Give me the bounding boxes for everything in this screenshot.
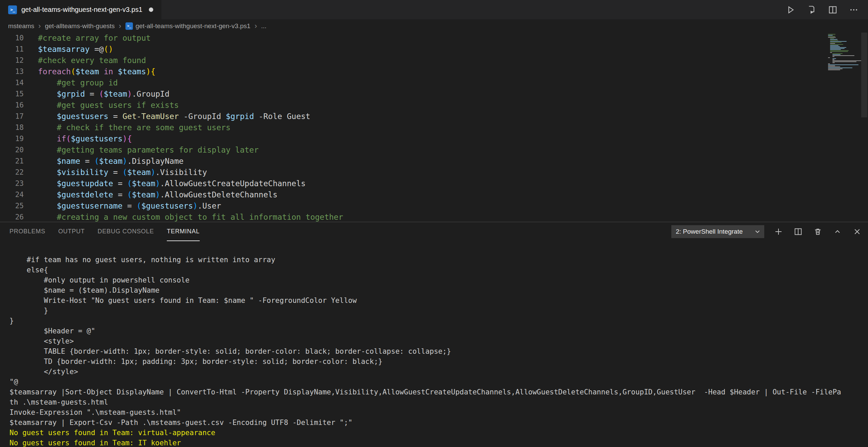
- code-text: foreach($team in $teams){: [24, 66, 155, 77]
- breadcrumb-item[interactable]: >_get-all-teams-withguest-next-gen-v3.ps…: [125, 22, 251, 30]
- new-terminal-button[interactable]: [773, 226, 784, 237]
- code-line[interactable]: 17 $guestusers = Get-TeamUser -GroupId $…: [0, 111, 868, 122]
- powershell-file-icon: >_: [8, 5, 17, 14]
- terminal-selector[interactable]: 2: PowerShell Integrate: [671, 225, 764, 238]
- code-line[interactable]: 15 $grpid = ($team).GroupId: [0, 89, 868, 100]
- close-panel-button[interactable]: [852, 226, 863, 237]
- terminal-output[interactable]: #if team has no guest users, nothing is …: [0, 241, 868, 447]
- minimap-line: [832, 56, 834, 57]
- minimap-line: [832, 58, 836, 59]
- breadcrumb-item[interactable]: ...: [261, 22, 267, 30]
- terminal-line: TABLE {border-width: 1px; border-style: …: [9, 346, 868, 356]
- panel-tab-output[interactable]: OUTPUT: [58, 222, 85, 241]
- editor-tab-bar: >_ get-all-teams-withguest-next-gen-v3.p…: [0, 0, 868, 19]
- code-line[interactable]: 25 $guestusername = ($guestusers).User: [0, 200, 868, 212]
- code-text: $teamsarray =@(): [24, 44, 113, 55]
- breadcrumb-separator-icon: ›: [38, 22, 41, 30]
- line-number: 24: [0, 189, 24, 200]
- code-line[interactable]: 23 $guestupdate = ($team).AllowGuestCrea…: [0, 178, 868, 189]
- terminal-line: else{: [9, 265, 868, 275]
- line-number: 16: [0, 100, 24, 111]
- minimap-line: [830, 45, 838, 46]
- terminal-line: th .\msteam-guests.html: [9, 397, 868, 407]
- panel-tab-debug-console[interactable]: DEBUG CONSOLE: [98, 222, 154, 241]
- code-line[interactable]: 14 #get group id: [0, 77, 868, 89]
- code-line[interactable]: 21 $name = ($team).DisplayName: [0, 156, 868, 167]
- play-icon: [786, 5, 795, 14]
- code-line[interactable]: 20 #getting teams parameters for display…: [0, 144, 868, 156]
- maximize-panel-button[interactable]: [832, 226, 843, 237]
- breadcrumb: msteams›get-allteams-with-guests›>_get-a…: [0, 19, 868, 33]
- ellipsis-icon: [849, 5, 858, 14]
- minimap-line: [830, 42, 841, 43]
- file-play-icon: [807, 5, 816, 14]
- code-editor[interactable]: 10#create array for output11$teamsarray …: [0, 33, 868, 222]
- line-number: 22: [0, 167, 24, 178]
- minimap-line: [828, 34, 835, 35]
- scrollbar-thumb[interactable]: [861, 33, 867, 117]
- code-text: $visibility = ($team).Visibility: [24, 167, 207, 178]
- modified-indicator: [149, 7, 153, 12]
- terminal-line: }: [9, 306, 868, 316]
- terminal-line: }: [9, 316, 868, 326]
- line-number: 13: [0, 66, 24, 77]
- minimap-line: [832, 61, 856, 62]
- breadcrumb-item[interactable]: msteams: [8, 22, 34, 30]
- code-text: $guestdelete = ($team).AllowGuestDeleteC…: [24, 189, 277, 200]
- terminal-line: TD {border-width: 1px; padding: 3px; bor…: [9, 356, 868, 367]
- minimap[interactable]: [828, 34, 859, 71]
- line-number: 23: [0, 178, 24, 189]
- kill-terminal-button[interactable]: [812, 226, 823, 237]
- minimap-line: [830, 43, 835, 44]
- editor-tab[interactable]: >_ get-all-teams-withguest-next-gen-v3.p…: [0, 0, 162, 19]
- minimap-line: [832, 60, 862, 61]
- minimap-line: [830, 49, 841, 50]
- minimap-line: [832, 54, 841, 55]
- terminal-line: No guest users found in Team: IT koehler: [9, 438, 868, 447]
- breadcrumb-separator-icon: ›: [255, 22, 257, 30]
- terminal-line: $Header = @": [9, 326, 868, 336]
- panel-tab-terminal[interactable]: TERMINAL: [167, 222, 200, 241]
- code-lines: 10#create array for output11$teamsarray …: [0, 33, 868, 222]
- minimap-line: [828, 69, 843, 69]
- trash-icon: [814, 228, 822, 236]
- code-line[interactable]: 19 if($guestusers){: [0, 133, 868, 144]
- minimap-line: [828, 65, 835, 66]
- bottom-panel: PROBLEMSOUTPUTDEBUG CONSOLETERMINAL 2: P…: [0, 222, 868, 447]
- minimap-line: [832, 59, 834, 60]
- minimap-line: [830, 44, 843, 45]
- code-line[interactable]: 16 #get guest users if exists: [0, 100, 868, 111]
- panel-tab-problems[interactable]: PROBLEMS: [9, 222, 45, 241]
- editor-scrollbar[interactable]: [861, 33, 868, 222]
- terminal-line: Write-Host "No guest users found in Team…: [9, 295, 868, 306]
- code-text: #getting teams parameters for display la…: [24, 144, 259, 156]
- minimap-line: [830, 48, 844, 49]
- code-text: #create array for output: [24, 33, 151, 44]
- terminal-line: <style>: [9, 336, 868, 346]
- minimap-line: [828, 35, 833, 36]
- more-actions-button[interactable]: [848, 4, 859, 15]
- run-file-button[interactable]: [806, 4, 817, 15]
- code-line[interactable]: 11$teamsarray =@(): [0, 44, 868, 55]
- code-line[interactable]: 12#check every team found: [0, 55, 868, 66]
- minimap-line: [830, 50, 849, 51]
- code-line[interactable]: 22 $visibility = ($team).Visibility: [0, 167, 868, 178]
- code-line[interactable]: 10#create array for output: [0, 33, 868, 44]
- code-line[interactable]: 13foreach($team in $teams){: [0, 66, 868, 77]
- terminal-line: </style>: [9, 367, 868, 377]
- breadcrumb-item[interactable]: get-allteams-with-guests: [45, 22, 115, 30]
- terminal-line: "@: [9, 377, 868, 387]
- split-terminal-button[interactable]: [793, 226, 804, 237]
- code-line[interactable]: 18 # check if there are some guest users: [0, 122, 868, 133]
- code-line[interactable]: 24 $guestdelete = ($team).AllowGuestDele…: [0, 189, 868, 200]
- panel-tabs: PROBLEMSOUTPUTDEBUG CONSOLETERMINAL: [9, 222, 200, 241]
- line-number: 25: [0, 200, 24, 212]
- run-button[interactable]: [785, 4, 796, 15]
- minimap-line: [830, 51, 848, 52]
- code-line[interactable]: 26 #creating a new custom object to fit …: [0, 212, 868, 222]
- split-editor-icon: [828, 5, 837, 14]
- breadcrumb-item-label: ...: [261, 22, 267, 30]
- breadcrumb-item-label: get-allteams-with-guests: [45, 22, 115, 30]
- split-editor-button[interactable]: [827, 4, 838, 15]
- terminal-selector-label: 2: PowerShell Integrate: [676, 228, 754, 235]
